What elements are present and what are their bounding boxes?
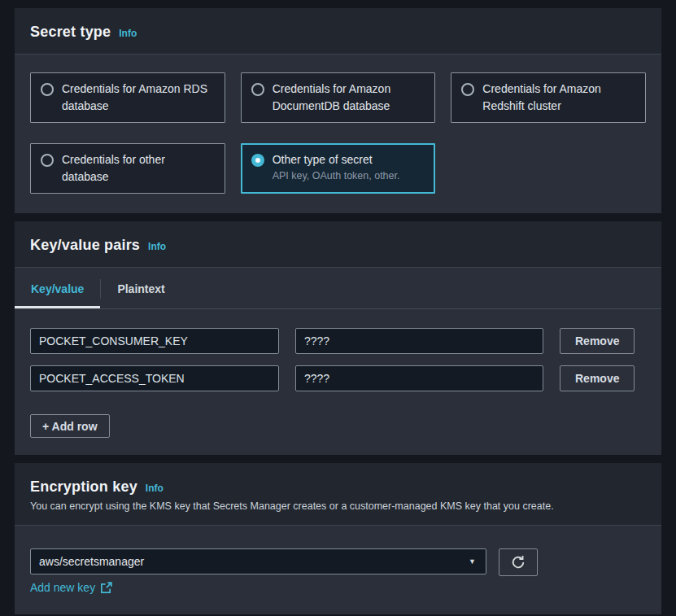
option-label: Credentials for Amazon DocumentDB databa… xyxy=(273,81,425,115)
add-new-key-label: Add new key xyxy=(30,581,95,594)
option-description: API key, OAuth token, other. xyxy=(273,169,400,183)
kv-key-input[interactable] xyxy=(30,328,279,354)
secret-type-options: Credentials for Amazon RDS database Cred… xyxy=(30,72,646,194)
kv-rows-area: Remove Remove + Add row xyxy=(15,309,661,455)
option-card-other-database[interactable]: Credentials for other database xyxy=(30,143,225,194)
secret-type-info-link[interactable]: Info xyxy=(119,28,137,39)
option-card-redshift[interactable]: Credentials for Amazon Redshift cluster xyxy=(451,72,646,123)
tab-key-value[interactable]: Key/value xyxy=(15,268,100,308)
refresh-icon xyxy=(511,555,526,570)
kv-row: Remove xyxy=(30,328,646,354)
key-value-pairs-info-link[interactable]: Info xyxy=(148,241,166,252)
option-label: Credentials for Amazon RDS database xyxy=(62,81,215,115)
option-card-rds[interactable]: Credentials for Amazon RDS database xyxy=(30,72,225,123)
external-link-icon xyxy=(100,582,112,594)
encryption-key-header: Encryption key Info You can encrypt usin… xyxy=(15,463,661,526)
key-value-pairs-panel: Key/value pairs Info Key/value Plaintext… xyxy=(15,221,661,455)
option-label: Credentials for other database xyxy=(62,151,215,186)
key-value-pairs-title: Key/value pairs xyxy=(30,237,140,254)
chevron-down-icon: ▼ xyxy=(469,557,476,566)
kms-key-selected-value: aws/secretsmanager xyxy=(39,555,144,568)
kv-value-input[interactable] xyxy=(295,365,543,391)
radio-unchecked-icon[interactable] xyxy=(251,83,264,96)
option-card-documentdb[interactable]: Credentials for Amazon DocumentDB databa… xyxy=(241,72,436,123)
option-label: Other type of secret xyxy=(273,151,400,168)
secret-type-body: Credentials for Amazon RDS database Cred… xyxy=(15,55,661,213)
option-card-other-secret[interactable]: Other type of secret API key, OAuth toke… xyxy=(241,143,436,194)
encryption-key-body: aws/secretsmanager ▼ Add new key xyxy=(15,526,661,614)
page: Secret type Info Credentials for Amazon … xyxy=(0,0,676,616)
encryption-key-title: Encryption key xyxy=(30,478,137,496)
add-row-button[interactable]: + Add row xyxy=(30,414,110,438)
tab-plaintext[interactable]: Plaintext xyxy=(101,268,181,308)
secret-type-panel: Secret type Info Credentials for Amazon … xyxy=(15,8,661,213)
kms-key-select[interactable]: aws/secretsmanager ▼ xyxy=(30,548,486,574)
radio-unchecked-icon[interactable] xyxy=(461,83,474,96)
encryption-key-description: You can encrypt using the KMS key that S… xyxy=(30,500,646,512)
kv-value-input[interactable] xyxy=(295,328,543,354)
add-new-key-link[interactable]: Add new key xyxy=(30,581,112,594)
refresh-button[interactable] xyxy=(499,548,538,576)
kv-row: Remove xyxy=(30,365,646,391)
kv-tabs: Key/value Plaintext xyxy=(15,268,661,309)
secret-type-header: Secret type Info xyxy=(15,8,661,55)
radio-checked-icon[interactable] xyxy=(251,154,264,167)
encryption-key-info-link[interactable]: Info xyxy=(146,483,164,494)
radio-unchecked-icon[interactable] xyxy=(41,154,54,167)
remove-row-button[interactable]: Remove xyxy=(560,365,635,391)
remove-row-button[interactable]: Remove xyxy=(560,328,635,354)
encryption-key-panel: Encryption key Info You can encrypt usin… xyxy=(15,463,661,614)
kv-key-input[interactable] xyxy=(30,365,279,391)
option-label: Credentials for Amazon Redshift cluster xyxy=(482,81,635,115)
key-value-pairs-header: Key/value pairs Info xyxy=(15,221,661,268)
secret-type-title: Secret type xyxy=(30,24,111,41)
radio-unchecked-icon[interactable] xyxy=(41,83,54,96)
